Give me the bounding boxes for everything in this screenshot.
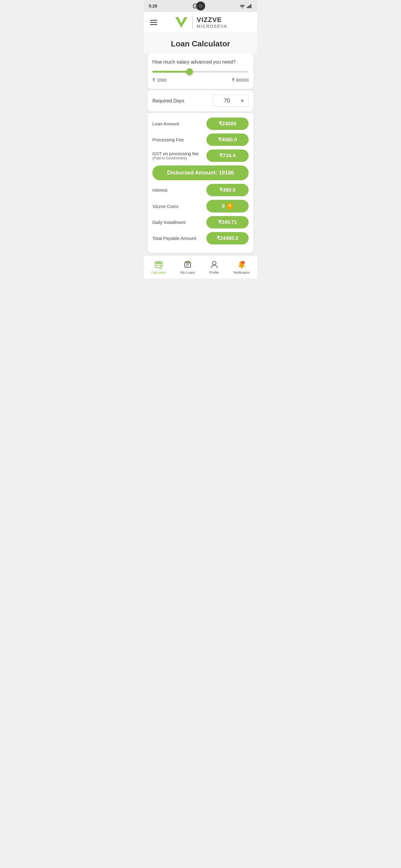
- coins-row: Vizzve Coins 0 ₹: [152, 200, 249, 213]
- slider-max-label: ₹ 60000: [232, 78, 249, 83]
- required-days-select[interactable]: 70 ▼: [212, 95, 249, 107]
- gst-sub-label: (Paid to Government): [152, 156, 206, 160]
- daily-installment-label: Daily Installment: [152, 220, 206, 225]
- salary-question: How much salary advanced you need?: [152, 59, 249, 65]
- svg-point-18: [241, 267, 242, 269]
- interest-label: Interest: [152, 187, 206, 193]
- nav-item-calculator[interactable]: Calculator: [147, 258, 170, 276]
- required-days-card: Required Days 70 ▼: [147, 90, 254, 112]
- hamburger-menu[interactable]: [149, 19, 159, 26]
- nav-item-notification[interactable]: ! Notification: [230, 258, 254, 276]
- logo-microseva: MICROSEVA: [197, 24, 227, 29]
- salary-card: How much salary advanced you need? ₹ 100…: [147, 53, 254, 89]
- total-payable-value: ₹24480.0: [206, 232, 249, 244]
- processing-fee-row: Processing Fee ₹4080.0: [152, 133, 249, 146]
- processing-fee-value: ₹4080.0: [206, 133, 249, 146]
- slider-thumb[interactable]: [186, 68, 193, 75]
- loan-amount-row: Loan Amount ₹24000: [152, 118, 249, 130]
- required-days-row: Required Days 70 ▼: [152, 95, 249, 107]
- nav-my-loans-label: My Loans: [180, 271, 195, 274]
- slider-labels: ₹ 1000 ₹ 60000: [152, 78, 249, 83]
- gst-row: GST on processing fee (Paid to Governmen…: [152, 150, 249, 162]
- my-loans-icon: [183, 260, 193, 270]
- bottom-nav: Calculator My Loans Profil: [144, 255, 257, 278]
- svg-rect-4: [251, 4, 251, 8]
- svg-rect-2: [248, 6, 249, 8]
- results-card: Loan Amount ₹24000 Processing Fee ₹4080.…: [147, 113, 254, 253]
- gst-label: GST on processing fee: [152, 151, 206, 156]
- coin-icon: ₹: [227, 203, 233, 210]
- required-days-label: Required Days: [152, 98, 184, 104]
- daily-installment-row: Daily Installment ₹349.71: [152, 216, 249, 228]
- gst-label-container: GST on processing fee (Paid to Governmen…: [152, 151, 206, 160]
- slider-track: [152, 71, 249, 73]
- main-content: How much salary advanced you need? ₹ 100…: [144, 53, 257, 255]
- camera-indicator: [196, 1, 205, 10]
- svg-point-17: [212, 261, 216, 265]
- status-bar: 5:29 i ☺: [144, 0, 257, 12]
- chevron-down-icon: ▼: [240, 98, 245, 104]
- nav-item-profile[interactable]: Profile: [206, 258, 223, 276]
- slider-min-label: ₹ 1000: [152, 78, 167, 83]
- loan-amount-label: Loan Amount: [152, 121, 206, 126]
- wifi-icon: [239, 4, 245, 8]
- coins-value: 0: [222, 203, 225, 209]
- notification-icon: !: [237, 260, 247, 270]
- salary-slider-container[interactable]: [152, 71, 249, 73]
- status-right-icons: [239, 4, 252, 8]
- nav-item-my-loans[interactable]: My Loans: [177, 258, 199, 276]
- header: VIZZVE MICROSEVA: [144, 12, 257, 33]
- page-title: Loan Calculator: [149, 39, 252, 49]
- page-title-section: Loan Calculator: [144, 33, 257, 53]
- svg-rect-10: [156, 262, 161, 263]
- logo-vizzve: VIZZVE: [197, 16, 227, 24]
- logo: VIZZVE MICROSEVA: [174, 16, 227, 29]
- daily-installment-value: ₹349.71: [206, 216, 249, 228]
- total-payable-label: Total Payable Amount: [152, 236, 206, 241]
- disbursed-amount-btn: Disbursed Amount: 19186: [152, 165, 249, 180]
- interest-row: Interest ₹480.0: [152, 184, 249, 196]
- logo-text: VIZZVE MICROSEVA: [197, 16, 227, 29]
- coins-label: Vizzve Coins: [152, 204, 206, 209]
- svg-rect-8: [158, 265, 159, 266]
- status-time: 5:29: [149, 4, 157, 8]
- nav-profile-label: Profile: [209, 271, 219, 274]
- svg-rect-3: [249, 5, 250, 8]
- gst-value: ₹734.4: [206, 150, 249, 162]
- svg-rect-14: [186, 261, 190, 263]
- processing-fee-label: Processing Fee: [152, 137, 206, 142]
- interest-value: ₹480.0: [206, 184, 249, 196]
- total-payable-row: Total Payable Amount ₹24480.0: [152, 232, 249, 244]
- signal-icon: [247, 4, 252, 8]
- nav-notification-label: Notification: [233, 271, 250, 274]
- logo-divider: [193, 17, 193, 29]
- loan-amount-value: ₹24000: [206, 118, 249, 130]
- svg-point-0: [242, 7, 243, 8]
- profile-icon: [209, 260, 219, 270]
- required-days-value: 70: [216, 98, 237, 104]
- svg-rect-9: [160, 265, 161, 266]
- svg-rect-1: [247, 7, 248, 8]
- coins-value-btn: 0 ₹: [206, 200, 249, 213]
- nav-calculator-label: Calculator: [151, 271, 166, 274]
- slider-fill: [152, 71, 188, 73]
- logo-icon: [174, 16, 189, 29]
- calculator-icon: [154, 260, 164, 270]
- svg-rect-7: [156, 265, 157, 266]
- svg-text:!: !: [243, 262, 244, 264]
